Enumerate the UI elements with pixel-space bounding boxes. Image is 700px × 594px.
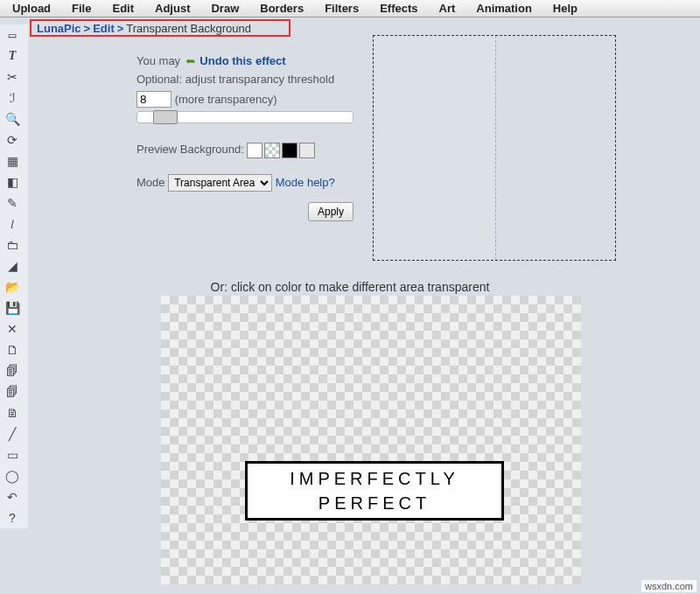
menu-draw[interactable]: Draw: [200, 0, 249, 17]
swatch-grey[interactable]: [299, 143, 315, 158]
menu-filters[interactable]: Filters: [314, 0, 369, 17]
youmay-label: You may: [136, 54, 180, 67]
left-toolbar: ▭ T ✂ ℐ 🔍 ⟳ ▦ ◧ ✎ 𝑙 🗀 ◢ 📂 💾 ✕ 🗋 🗐 🗐 🗎 ╱ …: [0, 24, 28, 528]
image-canvas[interactable]: [161, 296, 581, 584]
mode-label: Mode: [136, 176, 165, 189]
rotate-icon[interactable]: ⟳: [0, 129, 24, 150]
eraser-icon[interactable]: ◢: [0, 255, 24, 276]
eyedrop-icon[interactable]: ✎: [0, 192, 24, 213]
breadcrumb-page: Transparent Background: [126, 22, 251, 35]
fill-icon[interactable]: ◧: [0, 171, 24, 192]
swatch-checker[interactable]: [264, 143, 280, 158]
menu-art[interactable]: Art: [429, 0, 466, 17]
breadcrumb-sep: >: [117, 22, 124, 35]
menu-bar: Upload File Edit Adjust Draw Borders Fil…: [0, 0, 700, 17]
optional-label: Optional: adjust transparancy threshold: [136, 73, 364, 86]
menu-upload[interactable]: Upload: [2, 0, 61, 17]
menu-adjust[interactable]: Adjust: [144, 0, 200, 17]
menu-borders[interactable]: Borders: [249, 0, 314, 17]
rect-icon[interactable]: ▭: [0, 444, 24, 465]
stamp-line2: PERFECT: [318, 491, 430, 515]
swatch-black[interactable]: [282, 143, 298, 158]
folder-icon[interactable]: 🗀: [0, 234, 24, 255]
image-text-stamp: IMPERFECTLY PERFECT: [245, 461, 504, 521]
brush-icon[interactable]: ℐ: [0, 87, 24, 108]
text-icon[interactable]: T: [0, 45, 24, 66]
mode-select[interactable]: Transparent Area: [168, 174, 272, 192]
breadcrumb-section[interactable]: Edit: [93, 22, 115, 35]
controls-panel: You may ➦ Undo this effect Optional: adj…: [136, 54, 364, 227]
layers-icon[interactable]: 🗐: [0, 360, 24, 381]
slider-knob[interactable]: [153, 110, 178, 124]
undo-icon[interactable]: ↶: [0, 486, 24, 507]
mode-help-link[interactable]: Mode help?: [276, 176, 335, 189]
help-icon[interactable]: ?: [0, 507, 24, 528]
undo-arrow-icon: ➦: [186, 54, 195, 67]
breadcrumb: LunaPic > Edit > Transparent Background: [30, 19, 290, 37]
preview-area[interactable]: [373, 35, 616, 261]
pencil-icon[interactable]: 𝑙: [0, 213, 24, 234]
save-icon[interactable]: 💾: [0, 297, 24, 318]
breadcrumb-root[interactable]: LunaPic: [37, 22, 81, 35]
more-transparency-label: (more transparency): [175, 93, 277, 106]
breadcrumb-sep: >: [84, 22, 91, 35]
menu-animation[interactable]: Animation: [466, 0, 542, 17]
stamp-line1: IMPERFECTLY: [290, 466, 459, 491]
circle-icon[interactable]: ◯: [0, 465, 24, 486]
preview-inner: [374, 36, 496, 260]
undo-link[interactable]: Undo this effect: [200, 54, 285, 67]
menu-effects[interactable]: Effects: [369, 0, 428, 17]
page-icon[interactable]: 🗋: [0, 339, 24, 360]
menu-edit[interactable]: Edit: [102, 0, 144, 17]
line-icon[interactable]: ╱: [0, 423, 24, 444]
watermark: wsxdn.com: [641, 580, 696, 592]
copy-icon[interactable]: 🗎: [0, 402, 24, 423]
gradient-icon[interactable]: ▦: [0, 150, 24, 171]
select-icon[interactable]: ▭: [0, 24, 24, 45]
zoom-icon[interactable]: 🔍: [0, 108, 24, 129]
menu-help[interactable]: Help: [542, 0, 588, 17]
preview-bg-label: Preview Background:: [136, 143, 244, 156]
threshold-slider[interactable]: [136, 111, 354, 123]
cut-icon[interactable]: ✂: [0, 66, 24, 87]
sub-header: Or: click on color to make different are…: [0, 280, 700, 294]
close-icon[interactable]: ✕: [0, 318, 24, 339]
menu-file[interactable]: File: [61, 0, 102, 17]
apply-button[interactable]: Apply: [308, 202, 354, 221]
threshold-input[interactable]: [136, 91, 172, 108]
pages-icon[interactable]: 🗐: [0, 381, 24, 402]
swatch-white[interactable]: [247, 143, 262, 158]
